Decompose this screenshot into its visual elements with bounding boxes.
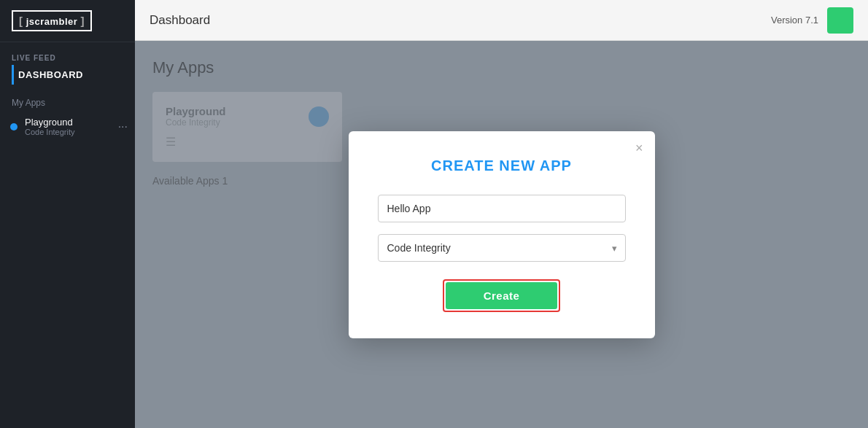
nav-section: LIVE FEED DASHBOARD bbox=[0, 42, 135, 87]
logo-text: jscrambler bbox=[26, 16, 78, 27]
app-options-icon[interactable]: ··· bbox=[118, 120, 128, 133]
logo: [ jscrambler ] bbox=[12, 10, 92, 31]
content-area: My Apps Playground Code Integrity ☰ Avai… bbox=[135, 41, 868, 428]
dashboard-label: DASHBOARD bbox=[18, 69, 83, 80]
sidebar-logo: [ jscrambler ] bbox=[0, 0, 135, 42]
product-select-wrap: Code Integrity Source Protection ▾ bbox=[378, 234, 626, 262]
main-area: Dashboard Version 7.1 My Apps Playground… bbox=[135, 0, 868, 428]
topbar: Dashboard Version 7.1 bbox=[135, 0, 868, 41]
app-info: Playground Code Integrity bbox=[25, 117, 114, 136]
app-name-input[interactable] bbox=[378, 195, 626, 222]
sidebar-item-dashboard[interactable]: DASHBOARD bbox=[12, 65, 123, 85]
app-status-dot bbox=[10, 123, 18, 131]
topbar-right: Version 7.1 bbox=[771, 7, 853, 34]
user-avatar[interactable] bbox=[827, 7, 853, 34]
my-apps-section-title: My Apps bbox=[0, 87, 135, 112]
sidebar: [ jscrambler ] LIVE FEED DASHBOARD My Ap… bbox=[0, 0, 135, 428]
create-button[interactable]: Create bbox=[446, 282, 558, 309]
create-app-modal: × CREATE NEW APP Code Integrity Source P… bbox=[349, 131, 655, 338]
create-button-wrap: Create bbox=[378, 279, 626, 312]
live-feed-label: LIVE FEED bbox=[12, 54, 123, 62]
version-label: Version 7.1 bbox=[771, 15, 818, 26]
sidebar-item-playground[interactable]: Playground Code Integrity ··· bbox=[0, 112, 135, 141]
modal-close-button[interactable]: × bbox=[635, 141, 643, 155]
create-button-outer: Create bbox=[443, 279, 561, 312]
app-sub: Code Integrity bbox=[25, 128, 114, 136]
modal-title: CREATE NEW APP bbox=[378, 157, 626, 174]
modal-overlay: × CREATE NEW APP Code Integrity Source P… bbox=[135, 41, 868, 428]
app-name: Playground bbox=[25, 117, 114, 128]
page-title: Dashboard bbox=[150, 13, 210, 28]
product-select[interactable]: Code Integrity Source Protection bbox=[378, 234, 626, 262]
